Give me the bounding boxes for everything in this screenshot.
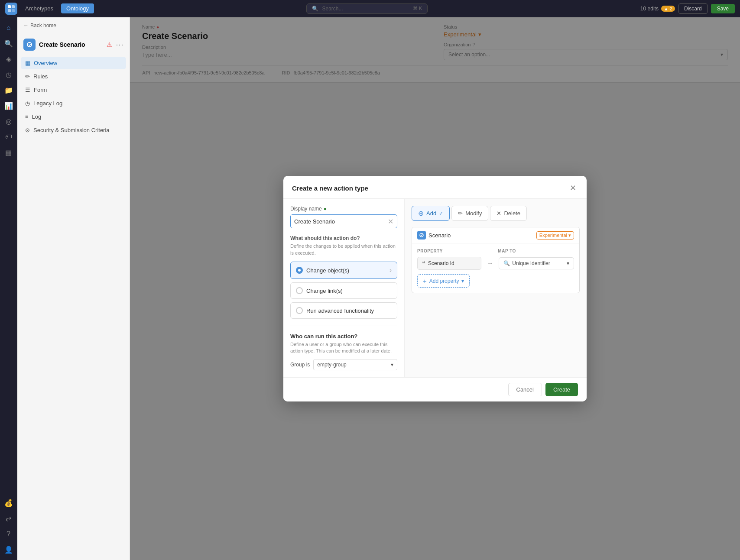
modal-left-panel: Display name ● ✕ What should this action… xyxy=(283,199,405,377)
map-to-select[interactable]: 🔍 Unique Identifier ▾ xyxy=(499,257,574,269)
legacy-log-icon: ◷ xyxy=(25,100,30,107)
sidebar-item-security[interactable]: ⊙ Security & Submission Criteria xyxy=(21,124,126,136)
form-icon: ☰ xyxy=(25,87,30,93)
folder-icon-btn[interactable]: 📁 xyxy=(2,83,16,97)
modal-close-button[interactable]: ✕ xyxy=(568,183,578,193)
help-icon-btn[interactable]: ? xyxy=(2,527,16,541)
display-name-input-wrap[interactable]: ✕ xyxy=(290,214,397,228)
radio-circle-objects xyxy=(296,267,303,274)
top-navigation: Archetypes Ontology 🔍 Search... ⌘ K 10 e… xyxy=(0,0,740,17)
cancel-button[interactable]: Cancel xyxy=(508,383,542,396)
svg-rect-1 xyxy=(12,5,15,8)
radio-label-links: Change link(s) xyxy=(306,288,343,294)
who-section: Who can run this action? Define a user o… xyxy=(290,326,397,370)
grid-icon-btn[interactable]: ▦ xyxy=(2,146,16,159)
action-tabs: ⊕ Add ✓ ✏ Modify ✕ Delete xyxy=(412,206,580,221)
modal-overlay: Create a new action type ✕ Display name … xyxy=(130,17,740,560)
radio-change-links[interactable]: Change link(s) xyxy=(290,282,397,299)
radio-advanced[interactable]: Run advanced functionality xyxy=(290,302,397,319)
sidebar-item-log[interactable]: ≡ Log xyxy=(21,110,126,123)
ontology-tab[interactable]: Ontology xyxy=(61,3,94,13)
back-arrow-icon: ← xyxy=(23,23,29,29)
scenario-type-icon xyxy=(417,231,426,240)
clear-input-icon[interactable]: ✕ xyxy=(388,217,393,226)
radio-label-objects: Change object(s) xyxy=(306,267,349,274)
svg-rect-2 xyxy=(8,9,11,12)
radio-left-links: Change link(s) xyxy=(296,287,343,294)
modal-title: Create a new action type xyxy=(292,185,368,192)
share-icon-btn[interactable]: ⇄ xyxy=(2,511,16,525)
main-content: Name ● Create Scenario Description Type … xyxy=(130,17,740,560)
map-arrow-icon: → xyxy=(485,259,495,267)
discard-button[interactable]: Discard xyxy=(678,3,708,14)
modal-right-panel: ⊕ Add ✓ ✏ Modify ✕ Delete xyxy=(405,199,587,377)
home-icon-btn[interactable]: ⌂ xyxy=(2,21,16,35)
prop-map-header: PROPERTY MAP TO xyxy=(417,249,574,253)
sidebar-header: ← Back home xyxy=(17,17,130,34)
more-options-icon[interactable]: ⋯ xyxy=(116,40,123,49)
main-layout: ⌂ 🔍 ◈ ◷ 📁 📊 ◎ 🏷 ▦ 💰 ⇄ ? 👤 ← Back home xyxy=(0,17,740,560)
quote-icon: ❝ xyxy=(422,260,425,267)
rules-icon: ✏ xyxy=(25,73,30,80)
sidebar-item-form[interactable]: ☰ Form xyxy=(21,84,126,96)
tab-add[interactable]: ⊕ Add ✓ xyxy=(412,206,450,221)
display-name-input[interactable] xyxy=(294,218,388,225)
create-button[interactable]: Create xyxy=(545,383,578,396)
radio-left-advanced: Run advanced functionality xyxy=(296,307,374,314)
modal-footer: Cancel Create xyxy=(283,377,587,401)
radio-change-objects[interactable]: Change object(s) › xyxy=(290,262,397,279)
group-row: Group is empty-group ▾ xyxy=(290,359,397,370)
clock-icon-btn[interactable]: ◷ xyxy=(2,68,16,81)
coins-icon-btn[interactable]: 💰 xyxy=(2,496,16,510)
radio-arrow-objects: › xyxy=(389,266,392,274)
property-row: ❝ Scenario Id → 🔍 Unique Identifier xyxy=(417,257,574,270)
unique-id-search-icon: 🔍 xyxy=(503,260,510,266)
map-to-left: 🔍 Unique Identifier xyxy=(503,260,550,266)
edits-count: 10 edits ▲ 2 xyxy=(640,6,675,12)
display-name-required-indicator: ● xyxy=(324,206,327,212)
add-property-chevron-icon: ▾ xyxy=(461,278,464,284)
archetypes-tab[interactable]: Archetypes xyxy=(21,3,58,13)
property-col-header: PROPERTY xyxy=(417,249,480,253)
sidebar-item-rules[interactable]: ✏ Rules xyxy=(21,70,126,83)
user-icon-btn[interactable]: 👤 xyxy=(2,543,16,557)
search-shortcut: ⌘ K xyxy=(413,6,422,11)
sidebar-item-legacy-log[interactable]: ◷ Legacy Log xyxy=(21,97,126,110)
radio-circle-advanced xyxy=(296,307,303,314)
tab-delete[interactable]: ✕ Delete xyxy=(490,206,527,221)
modify-pencil-icon: ✏ xyxy=(458,210,463,217)
search-icon: 🔍 xyxy=(312,6,318,12)
tab-modify[interactable]: ✏ Modify xyxy=(451,206,488,221)
action-section-label: What should this action do? xyxy=(290,235,397,241)
filter-icon-btn[interactable]: ◈ xyxy=(2,52,16,66)
add-circle-icon: ⊕ xyxy=(418,209,424,217)
svg-rect-0 xyxy=(8,5,11,8)
overview-icon: ▦ xyxy=(25,60,30,66)
radio-label-advanced: Run advanced functionality xyxy=(306,308,374,314)
who-desc: Define a user or a group who can execute… xyxy=(290,341,397,355)
search-area: 🔍 Search... ⌘ K xyxy=(97,3,637,14)
chart-icon-btn[interactable]: 📊 xyxy=(2,99,16,113)
save-button[interactable]: Save xyxy=(711,4,735,13)
add-property-button[interactable]: + Add property ▾ xyxy=(417,274,470,288)
sidebar-item-overview[interactable]: ▦ Overview xyxy=(21,57,126,69)
search-icon-btn[interactable]: 🔍 xyxy=(2,36,16,50)
sidebar-title: Create Scenario xyxy=(39,41,103,48)
scenario-experimental-badge[interactable]: Experimental ▾ xyxy=(536,231,574,240)
experimental-chevron-icon: ▾ xyxy=(568,233,571,238)
back-home-link[interactable]: ← Back home xyxy=(23,23,56,29)
action-section-desc: Define the changes to be applied when th… xyxy=(290,243,397,256)
tag-icon-btn[interactable]: 🏷 xyxy=(2,130,16,144)
nav-right: 10 edits ▲ 2 Discard Save xyxy=(640,3,735,14)
arrow-col-header xyxy=(484,249,494,253)
modal-body: Display name ● ✕ What should this action… xyxy=(283,199,587,377)
who-label: Who can run this action? xyxy=(290,333,397,340)
scenario-name: Scenario xyxy=(417,231,451,240)
warning-badge: ▲ 2 xyxy=(661,6,675,12)
mapto-col-header: MAP TO xyxy=(498,249,574,253)
svg-point-4 xyxy=(27,42,32,47)
group-select[interactable]: empty-group ▾ xyxy=(313,359,397,370)
search-box[interactable]: 🔍 Search... ⌘ K xyxy=(306,3,428,14)
scenario-body: PROPERTY MAP TO ❝ Scenario Id → xyxy=(412,243,579,293)
circle-icon-btn[interactable]: ◎ xyxy=(2,114,16,128)
